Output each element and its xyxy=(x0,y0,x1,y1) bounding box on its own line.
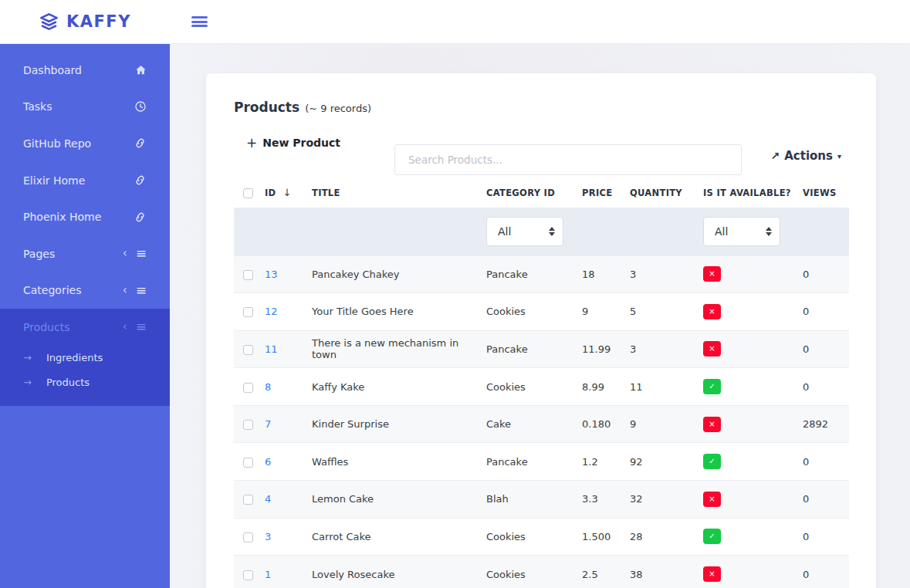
sidebar-item-products[interactable]: Products ‹ ≡ xyxy=(0,309,170,346)
sidebar-item-pages[interactable]: Pages ‹ ≡ xyxy=(0,235,170,272)
menu-icon: ≡ xyxy=(136,284,147,297)
availability-badge: × xyxy=(703,341,721,357)
table-row: 7Kinder SurpriseCake0.1809×2892 xyxy=(234,405,849,443)
sidebar-item-label: Tasks xyxy=(23,100,134,113)
sidebar-item-elixir-home[interactable]: Elixir Home xyxy=(0,162,170,199)
plus-icon: + xyxy=(246,135,257,150)
availability-badge: ✓ xyxy=(703,454,721,469)
menu-icon: ≡ xyxy=(136,247,147,260)
available-filter-select[interactable]: All xyxy=(703,217,780,246)
row-category: Pancake xyxy=(486,255,582,293)
row-quantity: 5 xyxy=(630,293,703,331)
sidebar-item-categories[interactable]: Categories ‹ ≡ xyxy=(0,272,170,309)
sidebar-toggle-icon[interactable] xyxy=(191,15,208,29)
row-id-link[interactable]: 6 xyxy=(265,456,271,468)
row-category: Cookies xyxy=(486,293,582,331)
sidebar-subitem-products[interactable]: → Products xyxy=(0,370,170,395)
row-checkbox[interactable] xyxy=(243,570,253,580)
top-header: KAFFY xyxy=(0,0,910,44)
row-id-link[interactable]: 13 xyxy=(265,269,278,280)
row-category: Pancake xyxy=(486,330,582,368)
row-quantity: 9 xyxy=(630,405,703,443)
products-table: ID↓ TITLE CATEGORY ID PRICE QUANTITY IS … xyxy=(234,179,849,588)
sort-desc-icon[interactable]: ↓ xyxy=(282,187,291,198)
sidebar-item-tasks[interactable]: Tasks xyxy=(0,89,170,126)
sidebar-item-label: Dashboard xyxy=(23,64,135,76)
row-price: 3.3 xyxy=(582,481,630,519)
row-title: Pancakey Chakey xyxy=(312,255,486,293)
row-category: Cookies xyxy=(486,518,582,556)
row-title: Lovely Rosecake xyxy=(312,556,486,588)
table-row: 13Pancakey ChakeyPancake183×0 xyxy=(234,255,849,293)
row-checkbox[interactable] xyxy=(243,420,253,430)
arrow-right-icon: → xyxy=(23,352,32,363)
row-id-link[interactable]: 4 xyxy=(265,493,271,505)
row-views: 0 xyxy=(803,556,849,588)
chevron-left-icon: ‹ xyxy=(123,285,127,296)
row-id-link[interactable]: 12 xyxy=(265,306,278,317)
row-views: 0 xyxy=(803,293,849,331)
column-header-category[interactable]: CATEGORY ID xyxy=(486,179,582,208)
row-checkbox[interactable] xyxy=(243,458,253,468)
row-checkbox[interactable] xyxy=(243,383,253,393)
row-id-link[interactable]: 11 xyxy=(265,343,278,355)
row-views: 0 xyxy=(803,255,849,293)
row-views: 0 xyxy=(803,330,849,368)
row-quantity: 92 xyxy=(630,443,703,481)
sidebar-item-label: Phoenix Home xyxy=(23,211,134,223)
row-title: Kinder Surprise xyxy=(312,405,486,443)
table-row: 3Carrot CakeCookies1.50028✓0 xyxy=(234,518,849,556)
sidebar-item-dashboard[interactable]: Dashboard xyxy=(0,52,170,89)
new-product-button[interactable]: + New Product xyxy=(246,135,340,150)
select-all-checkbox[interactable] xyxy=(243,188,253,198)
row-title: Your Title Goes Here xyxy=(312,293,486,331)
row-checkbox[interactable] xyxy=(243,270,253,280)
row-category: Cookies xyxy=(486,556,582,588)
select-carets-icon xyxy=(766,227,772,236)
arrow-up-right-icon: ↗ xyxy=(771,150,780,162)
main-content: Products (~ 9 records) + New Product ↗ A… xyxy=(170,44,910,588)
brand-logo[interactable]: KAFFY xyxy=(39,12,131,32)
page-title: Products (~ 9 records) xyxy=(234,100,848,115)
page-title-text: Products xyxy=(234,100,299,115)
table-row: 11There is a new mechanism in townPancak… xyxy=(234,330,849,368)
row-checkbox[interactable] xyxy=(243,532,253,542)
sidebar-group-products: Products ‹ ≡ → Ingredients → Products xyxy=(0,309,170,406)
table-filter-row: All All xyxy=(234,208,849,255)
column-header-title[interactable]: TITLE xyxy=(312,179,486,208)
sidebar-item-github-repo[interactable]: GitHub Repo xyxy=(0,125,170,162)
row-views: 0 xyxy=(803,443,849,481)
row-id-link[interactable]: 3 xyxy=(265,531,271,542)
sidebar-item-label: Pages xyxy=(23,248,123,260)
row-title: Waffles xyxy=(312,443,486,481)
row-quantity: 3 xyxy=(630,330,703,368)
sidebar-subitem-ingredients[interactable]: → Ingredients xyxy=(0,346,170,370)
row-id-link[interactable]: 7 xyxy=(265,418,271,430)
sidebar-item-label: Elixir Home xyxy=(23,174,134,187)
search-input[interactable] xyxy=(394,144,742,175)
row-id-link[interactable]: 1 xyxy=(265,569,271,580)
column-header-price[interactable]: PRICE xyxy=(582,179,630,208)
sidebar-subitem-label: Ingredients xyxy=(46,352,103,363)
row-title: Kaffy Kake xyxy=(312,368,486,406)
availability-badge: × xyxy=(703,266,721,282)
layers-icon xyxy=(39,12,59,32)
sidebar-item-phoenix-home[interactable]: Phoenix Home xyxy=(0,198,170,235)
availability-badge: ✓ xyxy=(703,529,721,544)
category-filter-select[interactable]: All xyxy=(486,217,563,246)
column-header-quantity[interactable]: QUANTITY xyxy=(630,179,703,208)
table-row: 8Kaffy KakeCookies8.9911✓0 xyxy=(234,368,849,406)
column-header-available[interactable]: IS IT AVAILABLE? xyxy=(703,179,803,208)
row-checkbox[interactable] xyxy=(243,345,253,355)
row-id-link[interactable]: 8 xyxy=(265,381,271,393)
row-views: 0 xyxy=(803,368,849,406)
row-views: 0 xyxy=(803,481,849,519)
column-header-id[interactable]: ID↓ xyxy=(265,179,312,208)
row-quantity: 32 xyxy=(630,481,703,519)
row-checkbox[interactable] xyxy=(243,495,253,505)
row-checkbox[interactable] xyxy=(243,307,253,317)
table-body: 13Pancakey ChakeyPancake183×012Your Titl… xyxy=(234,255,849,588)
table-row: 1Lovely RosecakeCookies2.538×0 xyxy=(234,556,849,588)
actions-dropdown-button[interactable]: ↗ Actions ▾ xyxy=(771,149,842,163)
column-header-views[interactable]: VIEWS xyxy=(803,179,849,208)
